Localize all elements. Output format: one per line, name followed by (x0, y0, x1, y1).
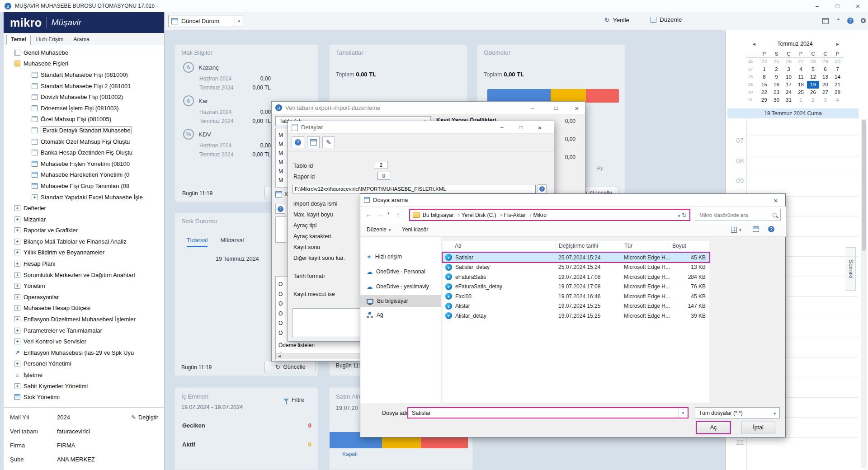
calendar-day[interactable]: 1 (795, 96, 807, 104)
tree-item[interactable]: Muhasebe Hesap Bütçesi (4, 303, 164, 314)
minimize-button[interactable] (525, 102, 540, 114)
tree-item[interactable]: Muhasebe Fişleri (4, 58, 164, 70)
duzenle-button[interactable]: Düzenle (651, 16, 682, 23)
tree-item[interactable]: İşletme (4, 369, 164, 381)
calendar-day[interactable]: 11 (795, 73, 807, 81)
calendar-day[interactable]: 23 (770, 89, 783, 96)
breadcrumb-item[interactable]: Bu bilgisayar (422, 212, 461, 218)
tree-item[interactable]: Raporlar ve Grafikler (4, 225, 164, 236)
tree-item[interactable]: Dövizli Muhasebe Fişi (081002) (4, 91, 164, 103)
calendar-day[interactable]: 30 (770, 96, 783, 104)
scrollbar-thumb[interactable] (862, 120, 866, 251)
table-button[interactable] (307, 136, 320, 148)
calendar-icon[interactable] (822, 18, 829, 24)
tree-item[interactable]: Sabit Kıymetler Yönetimi (4, 381, 164, 392)
close-button[interactable] (768, 194, 783, 207)
file-type-select[interactable]: Tüm dosyalar (*.*) (695, 407, 780, 418)
calendar-day[interactable]: 13 (819, 73, 831, 81)
calendar-day[interactable]: 26 (783, 58, 795, 66)
tab-tutarsal[interactable]: Tutarsal (187, 237, 208, 247)
calendar-day[interactable]: 17 (783, 81, 795, 89)
calendar-day[interactable]: 27 (819, 89, 831, 96)
calendar-day[interactable]: 4 (795, 66, 807, 73)
tree-item[interactable]: Mizanlar (4, 214, 164, 225)
degistir-link[interactable]: Değiştir (131, 414, 158, 421)
tree-item[interactable]: Enflasyon Düzeltmesi Muhasebesi İşlemler (4, 314, 164, 325)
calendar-day[interactable]: 22 (758, 89, 770, 96)
column-header[interactable]: Değiştirme tarihi (555, 243, 598, 249)
file-row[interactable]: eFaturaSatis19.07.2024 17:08Microsoft Ed… (443, 272, 709, 282)
export-list-item[interactable]: O (278, 320, 283, 326)
yenile-button[interactable]: Yenile (604, 16, 629, 24)
tree-item[interactable]: Sorumluluk Merkezleri ve Dağıtım Anahtar… (4, 269, 164, 281)
calendar-day[interactable]: 24 (783, 89, 795, 96)
chevron-down-icon[interactable] (678, 211, 680, 219)
tree-item[interactable]: Muhasebe Fişleri Yönetimi (08100 (4, 158, 164, 169)
rapor-id-input[interactable]: 0 (377, 172, 390, 180)
calendar-day[interactable]: 3 (819, 96, 831, 104)
help-button[interactable] (292, 136, 304, 148)
calendar-day[interactable]: 7 (831, 66, 844, 73)
calendar-day[interactable]: 18 (795, 81, 807, 89)
column-header[interactable]: Tür (621, 243, 632, 249)
calendar-day[interactable]: 16 (770, 81, 783, 89)
search-box[interactable] (695, 209, 781, 221)
calendar-day[interactable]: 19 (807, 81, 819, 89)
calendar-day[interactable]: 14 (831, 73, 844, 81)
file-row[interactable]: Alislar19.07.2024 15:25Microsoft Edge H.… (443, 301, 709, 311)
export-list-item[interactable]: O (278, 330, 283, 336)
view-select[interactable]: Güncel Durum (168, 15, 243, 27)
close-button[interactable] (569, 102, 585, 114)
calendar-day[interactable]: 28 (807, 58, 819, 66)
tree-item[interactable]: Stok Yönetimi (4, 391, 164, 403)
preview-pane-button[interactable] (753, 226, 759, 232)
breadcrumb-item[interactable]: Yerel Disk (C:) (461, 212, 503, 218)
cancel-button[interactable]: İptal (741, 422, 775, 433)
column-header[interactable]: Boyut (669, 243, 686, 249)
tree-item[interactable]: Operasyonlar (4, 291, 164, 303)
tree-item[interactable]: Dönemsel İşlem Fişi (081003) (4, 103, 164, 114)
filtre-button[interactable]: Filtre (292, 397, 304, 403)
tree-item[interactable]: Standart Yapıdaki Excel Muhasebe İşle (4, 192, 164, 203)
nav-item-net[interactable]: Ağ (360, 309, 441, 321)
maximize-button[interactable] (513, 121, 528, 134)
tree-item[interactable]: Muhasebe Hareketleri Yönetimi (0 (4, 169, 164, 181)
tree-item[interactable]: Yönetim (4, 280, 164, 291)
calendar-day[interactable]: 30 (831, 58, 844, 66)
minimize-button[interactable] (494, 121, 509, 134)
minimize-button[interactable] (807, 0, 827, 12)
tree-item[interactable]: Evrak Detaylı Standart Muhasebe (4, 125, 164, 136)
tree-item[interactable]: Standart Muhasebe Fişi 2 (081001 (4, 80, 164, 92)
file-row[interactable]: eFaturaSatis_detay19.07.2024 17:08Micros… (443, 282, 709, 291)
maximize-button[interactable] (827, 0, 848, 12)
calendar-day[interactable]: 26 (807, 89, 819, 96)
calendar-day[interactable]: 25 (795, 89, 807, 96)
up-icon[interactable]: ↑ (396, 211, 400, 218)
sonraki-collapsed-tab[interactable]: Sonraki (846, 247, 856, 291)
calendar-day[interactable]: 1 (758, 66, 770, 73)
calendar-day[interactable]: 5 (807, 66, 819, 73)
sidebar-tab[interactable]: Hızlı Erişim (32, 35, 68, 45)
sidebar-tab[interactable]: Arama (69, 35, 94, 45)
calendar-day[interactable]: 27 (795, 58, 807, 66)
calendar-day[interactable]: 6 (819, 66, 831, 73)
calendar-day[interactable]: 8 (758, 73, 770, 81)
tablo-id-input[interactable]: 2 (375, 161, 387, 169)
tree-item[interactable]: Parametreler ve Tanımlamalar (4, 325, 164, 336)
search-input[interactable] (698, 212, 773, 218)
calendar-day[interactable]: 28 (831, 89, 844, 96)
file-row[interactable]: Satislar25.07.2024 15:24Microsoft Edge H… (443, 253, 709, 262)
export-list-item[interactable]: M (278, 168, 283, 174)
tree-item[interactable]: Standart Muhasebe Fişi (081000) (4, 69, 164, 80)
edit-button[interactable] (322, 136, 335, 148)
export-list-item[interactable]: O (278, 291, 283, 297)
calendar-day[interactable]: 9 (770, 73, 783, 81)
file-row[interactable]: Alislar_detay19.07.2024 15:25Microsoft E… (443, 311, 709, 320)
nav-item-cloud[interactable]: OneDrive - Personal (360, 266, 441, 277)
calendar-day[interactable]: 3 (783, 66, 795, 73)
help-icon[interactable] (847, 18, 854, 24)
breadcrumb-item[interactable]: Fis-Aktar (503, 212, 533, 218)
breadcrumb[interactable]: Bu bilgisayarYerel Disk (C:)Fis-AktarMik… (409, 209, 690, 221)
tree-item[interactable]: Özel Mahsup Fişi (081005) (4, 114, 164, 125)
tree-item[interactable]: Bilanço Mali Tablolar ve Finansal Analiz (4, 236, 164, 247)
